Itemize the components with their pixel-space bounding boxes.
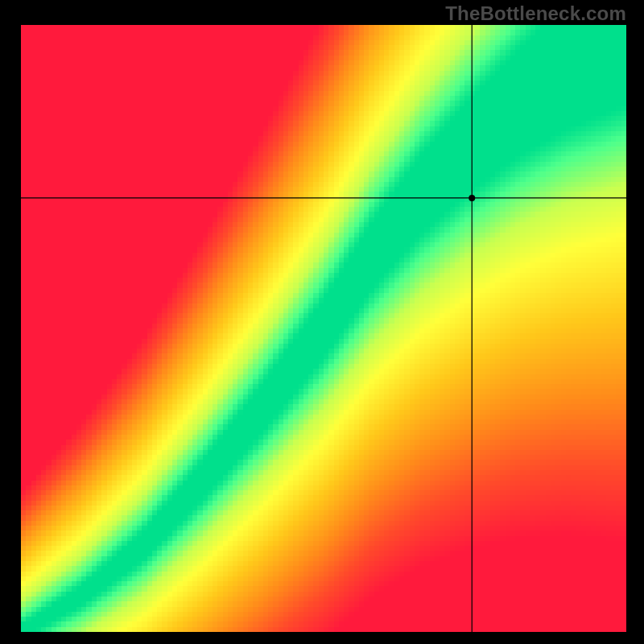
heatmap-canvas: [21, 25, 626, 632]
chart-container: TheBottleneck.com: [0, 0, 644, 644]
watermark-text: TheBottleneck.com: [445, 2, 626, 25]
